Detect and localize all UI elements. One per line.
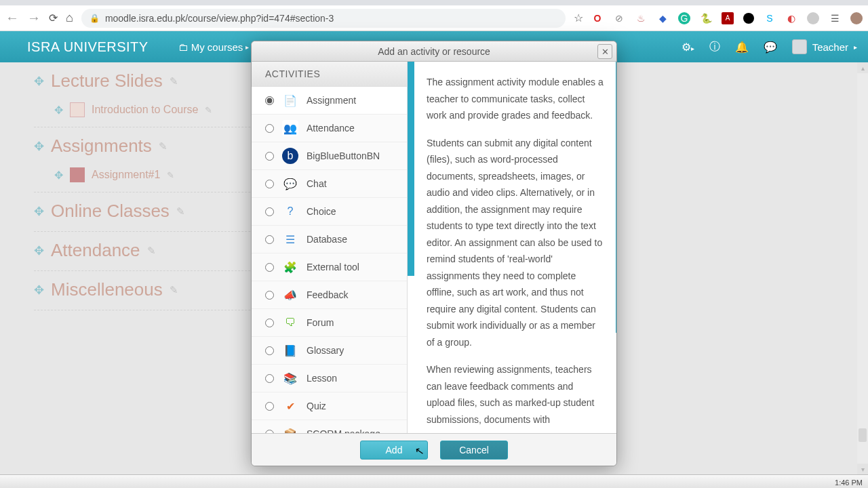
reading-list-icon[interactable]: ☰ (829, 12, 841, 24)
item-link[interactable]: Assignment#1 (92, 169, 160, 181)
activity-label: Feedback (307, 289, 348, 300)
browser-toolbar: ← → ⟳ ⌂ 🔒 moodle.isra.edu.pk/course/view… (0, 5, 868, 31)
bell-icon[interactable]: 🔔 (735, 41, 749, 54)
activity-radio[interactable] (265, 291, 274, 300)
pencil-icon[interactable]: ✎ (167, 170, 174, 180)
activity-option[interactable]: ☰Database (252, 226, 407, 253)
activity-label: Quiz (307, 401, 326, 411)
activity-option[interactable]: 💬Chat (252, 170, 407, 198)
activities-pane: ACTIVITIES 📄Assignment👥AttendancebBigBlu… (252, 62, 408, 433)
url-text: moodle.isra.edu.pk/course/view.php?id=47… (105, 13, 334, 24)
ext-icon[interactable]: S (764, 12, 776, 24)
activity-option[interactable]: 🧩External tool (252, 253, 407, 281)
item-link[interactable]: Introduction to Course (92, 104, 198, 116)
move-icon[interactable]: ✥ (34, 283, 44, 298)
cancel-button[interactable]: Cancel (440, 441, 508, 460)
ext-icon[interactable] (743, 13, 754, 24)
home-button[interactable]: ⌂ (66, 11, 73, 25)
activity-label: Chat (307, 178, 327, 189)
section-title[interactable]: Lecture Slides (51, 70, 163, 92)
bookmark-star-icon[interactable]: ☆ (574, 12, 583, 24)
ext-icon[interactable]: G (678, 12, 690, 24)
activity-radio[interactable] (265, 180, 274, 188)
move-icon[interactable]: ✥ (54, 169, 63, 182)
forward-button[interactable]: → (27, 10, 41, 26)
activity-option[interactable]: 👥Attendance (252, 115, 407, 142)
pencil-icon[interactable]: ✎ (205, 105, 212, 115)
address-bar[interactable]: 🔒 moodle.isra.edu.pk/course/view.php?id=… (81, 9, 566, 28)
description-scrollbar[interactable] (616, 62, 616, 433)
activity-option[interactable]: 📘Glossary (252, 337, 407, 365)
section-title[interactable]: Assignments (51, 136, 152, 157)
my-courses-label: My courses (191, 41, 243, 53)
divider (807, 12, 819, 24)
activity-option[interactable]: 🗨Forum (252, 309, 407, 337)
move-icon[interactable]: ✥ (34, 139, 44, 154)
activity-option[interactable]: 📚Lesson (252, 365, 407, 392)
ext-icon[interactable]: ♨ (635, 12, 647, 24)
scroll-thumb[interactable] (408, 62, 414, 276)
ext-icon[interactable]: ◐ (785, 12, 797, 24)
activity-option[interactable]: 📄Assignment (252, 87, 407, 115)
cancel-button-label: Cancel (459, 445, 489, 455)
scroll-thumb[interactable] (616, 62, 616, 333)
section-title[interactable]: Miscelleneous (51, 279, 163, 300)
messages-icon[interactable]: 💬 (764, 41, 777, 54)
activity-radio[interactable] (265, 96, 274, 105)
activity-option[interactable]: ?Choice (252, 198, 407, 226)
activity-option[interactable]: 📦SCORM package (252, 420, 407, 433)
activity-option[interactable]: bBigBlueButtonBN (252, 142, 407, 170)
section-title[interactable]: Attendance (51, 240, 140, 261)
ext-icon[interactable]: 🐍 (700, 12, 712, 24)
ext-icon[interactable]: ⊘ (613, 12, 625, 24)
my-courses-menu[interactable]: 🗀 My courses ▸ (178, 41, 250, 53)
activity-icon: ? (282, 203, 298, 220)
pencil-icon[interactable]: ✎ (159, 140, 167, 152)
modal-title: Add an activity or resource (378, 46, 490, 57)
ext-icon[interactable]: A (722, 12, 734, 24)
move-icon[interactable]: ✥ (54, 104, 63, 117)
ext-icon[interactable]: ◆ (656, 12, 669, 24)
pencil-icon[interactable]: ✎ (170, 284, 178, 296)
scroll-down-icon[interactable]: ▾ (857, 464, 868, 474)
activity-option[interactable]: ✔Quiz (252, 392, 407, 420)
pencil-icon[interactable]: ✎ (170, 75, 178, 87)
description-paragraph: When reviewing assignments, teachers can… (427, 361, 604, 428)
move-icon[interactable]: ✥ (34, 74, 44, 89)
move-icon[interactable]: ✥ (34, 243, 44, 258)
reload-button[interactable]: ⟳ (49, 12, 58, 24)
activity-radio[interactable] (265, 402, 274, 411)
activity-radio[interactable] (265, 152, 274, 161)
description-paragraph: The assignment activity module enables a… (427, 74, 604, 124)
windows-taskbar[interactable]: 1:46 PM (0, 474, 868, 488)
add-activity-modal: Add an activity or resource ✕ ACTIVITIES… (251, 41, 617, 466)
activity-label: External tool (307, 262, 359, 272)
activity-icon: 🗨 (282, 314, 298, 331)
scroll-up-icon[interactable]: ▴ (857, 62, 868, 73)
activity-radio[interactable] (265, 124, 274, 133)
folder-icon: 🗀 (178, 41, 189, 53)
activity-radio[interactable] (265, 319, 274, 327)
back-button[interactable]: ← (5, 10, 19, 26)
profile-avatar[interactable] (850, 12, 863, 24)
ext-icon[interactable]: O (591, 12, 604, 24)
user-name-label: Teacher (812, 41, 848, 53)
activity-radio[interactable] (265, 263, 274, 272)
activities-scrollbar[interactable] (408, 62, 414, 433)
user-menu[interactable]: Teacher ▸ (792, 39, 857, 54)
section-title[interactable]: Online Classes (51, 201, 170, 222)
scroll-thumb[interactable] (859, 428, 867, 442)
help-icon[interactable]: ⓘ (709, 40, 720, 54)
activity-radio[interactable] (265, 346, 274, 355)
close-button[interactable]: ✕ (597, 44, 612, 59)
activity-radio[interactable] (265, 207, 274, 216)
pencil-icon[interactable]: ✎ (176, 205, 185, 218)
gear-icon[interactable]: ⚙▸ (682, 41, 694, 54)
page-scrollbar[interactable]: ▴ ▾ (857, 62, 868, 474)
activity-radio[interactable] (265, 374, 274, 383)
pencil-icon[interactable]: ✎ (147, 245, 156, 257)
activity-radio[interactable] (265, 235, 274, 244)
move-icon[interactable]: ✥ (34, 204, 44, 219)
site-brand[interactable]: ISRA UNIVERSITY (27, 39, 149, 55)
activity-option[interactable]: 📣Feedback (252, 281, 407, 309)
